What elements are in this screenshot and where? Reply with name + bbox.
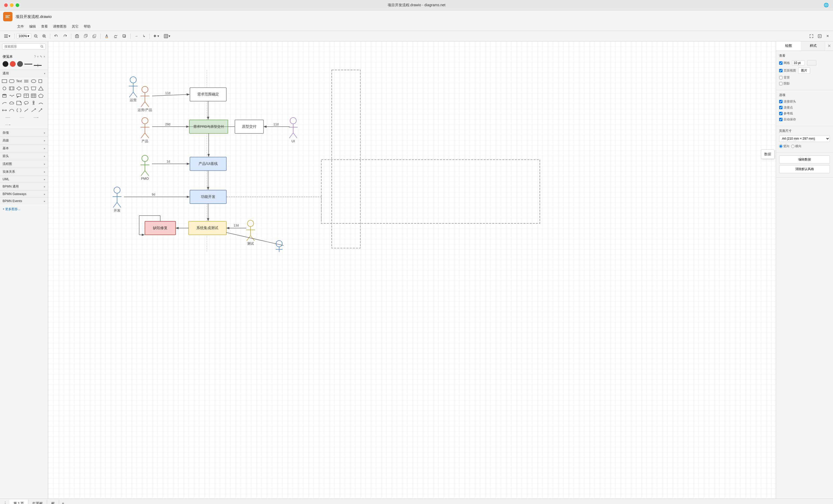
shape-circle[interactable] xyxy=(1,85,8,92)
shape-line2[interactable] xyxy=(15,114,29,121)
zoom-out-button[interactable] xyxy=(32,33,40,39)
landscape-radio[interactable] xyxy=(791,145,794,148)
category-advanced-header[interactable]: 高级 ▸ xyxy=(0,137,48,144)
connect-arrow-checkbox[interactable] xyxy=(779,100,783,103)
panel-close-button[interactable]: ✕ xyxy=(825,33,831,39)
pagesize-select[interactable]: A4 (210 mm × 297 mm) xyxy=(779,135,830,142)
category-basic-header[interactable]: 基本 ▸ xyxy=(0,145,48,152)
portrait-radio[interactable] xyxy=(779,145,783,148)
tab-style[interactable]: 样式 xyxy=(801,41,826,51)
shape-line1[interactable] xyxy=(1,114,15,121)
page-tab-3[interactable]: 树 xyxy=(47,500,59,504)
clear-style-button[interactable]: 清除默认风格 xyxy=(779,165,830,173)
category-er-header[interactable]: 实体关系 ▸ xyxy=(0,168,48,175)
maximize-button[interactable] xyxy=(16,3,19,7)
category-general-header[interactable]: 通用 ▾ xyxy=(0,70,48,77)
page-tab-2[interactable]: 红黑树 xyxy=(28,500,47,504)
help-icon[interactable]: ? xyxy=(34,55,36,58)
menu-edit[interactable]: 编辑 xyxy=(26,23,39,30)
shape-diamond[interactable] xyxy=(16,85,22,92)
box-req-prd[interactable] xyxy=(189,120,228,134)
fill-color-button[interactable] xyxy=(103,33,111,39)
line-swatch[interactable] xyxy=(24,64,32,65)
shape-bracket[interactable] xyxy=(16,107,22,114)
page-tab-1[interactable]: 第 1 页 xyxy=(9,500,28,504)
shape-process[interactable] xyxy=(8,85,15,92)
shape-rounded-rect[interactable] xyxy=(8,78,15,85)
shape-parallelogram[interactable] xyxy=(23,85,30,92)
undo-button[interactable] xyxy=(52,33,60,39)
menu-icon[interactable]: ⋮ xyxy=(1,499,9,504)
close-favorite-icon[interactable]: × xyxy=(44,55,45,58)
shape-double-arrow[interactable] xyxy=(1,107,8,114)
data-panel[interactable]: 数据 xyxy=(761,149,775,159)
zoom-control[interactable]: 100% ▾ xyxy=(17,33,31,39)
shadow-button[interactable] xyxy=(120,33,128,39)
shape-angle-arrow[interactable] xyxy=(38,107,44,114)
shape-curved-arrow[interactable] xyxy=(1,100,8,106)
shape-speech[interactable] xyxy=(23,100,30,106)
black-swatch[interactable] xyxy=(3,61,8,67)
sidebar-toggle-button[interactable]: ▾ xyxy=(2,33,12,39)
category-bpmn-gateways-header[interactable]: BPMN Gateways ▸ xyxy=(0,191,48,197)
grid-checkbox[interactable] xyxy=(779,62,783,65)
shadow-checkbox[interactable] xyxy=(779,82,783,85)
edit-favorite-icon[interactable]: ✎ xyxy=(40,55,42,58)
category-uml-header[interactable]: UML ▸ xyxy=(0,176,48,183)
shape-grid[interactable] xyxy=(30,92,37,99)
category-bpmn-events-header[interactable]: BPMN Events ▸ xyxy=(0,198,48,205)
close-button[interactable] xyxy=(4,3,8,7)
zoom-in-button[interactable] xyxy=(41,33,48,39)
menu-other[interactable]: 其它 xyxy=(69,23,81,30)
shape-square[interactable] xyxy=(38,78,44,85)
red-swatch[interactable] xyxy=(10,61,16,67)
shape-rect[interactable] xyxy=(1,78,8,85)
grid-value-input[interactable] xyxy=(792,60,805,66)
shape-pentagon[interactable] xyxy=(38,92,44,99)
delete-button[interactable] xyxy=(73,33,81,39)
to-front-button[interactable] xyxy=(82,33,90,39)
panel-close-icon[interactable]: ✕ xyxy=(826,41,833,51)
shape-line3[interactable] xyxy=(29,114,43,121)
shape-note[interactable] xyxy=(16,100,22,106)
shape-text[interactable]: Text xyxy=(16,78,22,85)
tab-draw[interactable]: 绘图 xyxy=(776,41,801,51)
shape-curved-line[interactable] xyxy=(38,100,44,106)
menu-adjust[interactable]: 调整图形 xyxy=(50,23,69,30)
table-button[interactable]: ▾ xyxy=(162,33,172,39)
to-back-button[interactable] xyxy=(91,33,98,39)
box-bug-fix[interactable] xyxy=(145,221,175,235)
dark-swatch[interactable] xyxy=(17,61,23,67)
image-button[interactable]: 图片 xyxy=(798,67,810,74)
guideline-checkbox[interactable] xyxy=(779,112,783,115)
box-ui-baseline[interactable] xyxy=(190,157,226,171)
shape-cloud[interactable] xyxy=(8,100,15,106)
page-view-checkbox[interactable] xyxy=(779,69,783,72)
shape-trapezoid[interactable] xyxy=(30,85,37,92)
window-controls[interactable] xyxy=(4,3,19,7)
category-flowchart-header[interactable]: 流程图 ▸ xyxy=(0,160,48,168)
grid-color-box[interactable] xyxy=(807,60,816,66)
search-box[interactable] xyxy=(2,43,46,50)
connection-style-button[interactable]: → xyxy=(133,33,140,39)
shape-callout[interactable] xyxy=(16,92,22,99)
category-bpmn-general-header[interactable]: BPMN 通用 ▸ xyxy=(0,183,48,190)
box-sys-test[interactable] xyxy=(189,221,226,235)
search-input[interactable] xyxy=(4,45,41,48)
line-color-button[interactable] xyxy=(112,33,119,39)
add-page-button[interactable]: + xyxy=(59,500,67,504)
box-func-dev[interactable] xyxy=(190,190,226,203)
shape-person[interactable] xyxy=(30,100,37,106)
shape-diagonal-arrow[interactable] xyxy=(30,107,37,114)
shape-ellipse[interactable] xyxy=(30,78,37,85)
redo-button[interactable] xyxy=(61,33,69,39)
shape-triangle[interactable] xyxy=(38,85,44,92)
category-misc-header[interactable]: 杂项 ▸ xyxy=(0,129,48,137)
minimize-button[interactable] xyxy=(10,3,14,7)
canvas-area[interactable]: 运营 运营/产品 产品 PMO xyxy=(48,41,776,499)
globe-icon[interactable]: 🌐 xyxy=(824,3,829,7)
page-fit-button[interactable] xyxy=(816,33,824,39)
shape-line4[interactable] xyxy=(1,121,15,128)
more-shapes-link[interactable]: + 更多图形... xyxy=(3,207,20,211)
fullscreen-button[interactable] xyxy=(808,33,815,39)
